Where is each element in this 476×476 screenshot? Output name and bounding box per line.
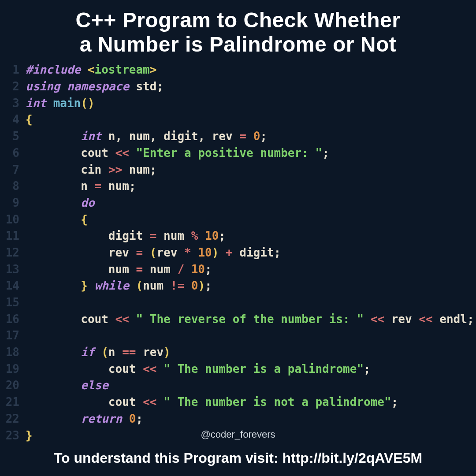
line-number: 4 [0, 112, 26, 128]
footer-link-text: To understand this Program visit: http:/… [0, 440, 476, 466]
line-number: 8 [0, 178, 26, 195]
line-number: 11 [0, 228, 26, 245]
line-number: 16 [0, 311, 26, 328]
code-line: 11 digit = num % 10; [0, 228, 476, 245]
line-number: 19 [0, 361, 26, 378]
code-line: 20 else [0, 377, 476, 394]
code-line: 21 cout << " The number is not a palindr… [0, 394, 476, 411]
line-number: 18 [0, 344, 26, 361]
code-line: 6 cout << "Enter a positive number: "; [0, 145, 476, 162]
title-line-1: C++ Program to Check Whether [76, 8, 401, 32]
line-number: 13 [0, 261, 26, 278]
code-line: 7 cin >> num; [0, 162, 476, 178]
line-number: 10 [0, 212, 26, 228]
code-line: 14 } while (num != 0); [0, 278, 476, 294]
code-line: 19 cout << " The number is a palindrome"… [0, 361, 476, 378]
line-number: 23 [0, 428, 26, 444]
line-number: 9 [0, 195, 26, 212]
code-block: 1#include <iostream> 2using namespace st… [0, 59, 476, 444]
code-line: 18 if (n == rev) [0, 344, 476, 361]
line-number: 14 [0, 278, 26, 294]
line-number: 5 [0, 128, 26, 145]
code-line: 4{ [0, 112, 476, 128]
code-line: 17 [0, 327, 476, 344]
line-number: 3 [0, 95, 26, 112]
line-number: 15 [0, 294, 26, 311]
code-line: 10 { [0, 212, 476, 228]
code-line: 15 [0, 294, 476, 311]
line-number: 12 [0, 245, 26, 261]
code-line: 12 rev = (rev * 10) + digit; [0, 245, 476, 261]
code-line: 5 int n, num, digit, rev = 0; [0, 128, 476, 145]
line-number: 17 [0, 327, 26, 344]
code-line: 8 n = num; [0, 178, 476, 195]
watermark-handle: @coder_forevers [0, 429, 476, 440]
code-line: 13 num = num / 10; [0, 261, 476, 278]
code-line: 9 do [0, 195, 476, 212]
line-number: 21 [0, 394, 26, 411]
line-number: 20 [0, 377, 26, 394]
line-number: 6 [0, 145, 26, 162]
page-title: C++ Program to Check Whether a Number is… [0, 0, 476, 59]
code-line: 2using namespace std; [0, 78, 476, 95]
code-line: 16 cout << " The reverse of the number i… [0, 311, 476, 328]
line-number: 2 [0, 78, 26, 95]
line-number: 1 [0, 62, 26, 78]
line-number: 7 [0, 162, 26, 178]
line-number: 22 [0, 411, 26, 428]
code-line: 1#include <iostream> [0, 62, 476, 78]
code-line: 22 return 0; [0, 411, 476, 428]
code-line: 3int main() [0, 95, 476, 112]
title-line-2: a Number is Palindrome or Not [80, 33, 397, 56]
